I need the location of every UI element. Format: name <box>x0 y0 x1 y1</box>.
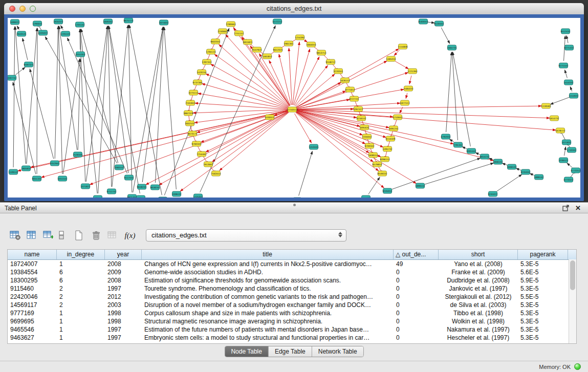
network-node[interactable]: 3002531 <box>185 121 194 126</box>
network-node[interactable]: 2161842 <box>185 100 195 105</box>
table-settings-button[interactable] <box>8 229 23 242</box>
network-edge[interactable] <box>299 151 313 196</box>
network-node[interactable]: 1495732 <box>382 146 392 151</box>
network-node[interactable]: 9771652 <box>345 87 355 92</box>
network-node[interactable]: 9602041 <box>210 39 220 44</box>
network-node[interactable]: 1846533 <box>158 197 167 198</box>
function-builder-button[interactable]: f(x) <box>123 229 137 242</box>
network-node[interactable]: 1205142 <box>75 22 84 27</box>
network-node[interactable]: 1414932 <box>569 93 578 98</box>
network-node[interactable]: 8183043 <box>418 19 428 24</box>
network-node[interactable]: 9675723 <box>123 18 133 23</box>
network-edge[interactable] <box>13 82 36 174</box>
table-row[interactable]: 969969511998Structural magnetic resonanc… <box>8 317 576 325</box>
table-row[interactable]: 946362711997Embryonic stem cells: a mode… <box>8 334 576 342</box>
network-node[interactable]: 2751147 <box>234 31 244 36</box>
network-node[interactable]: 8096153 <box>380 157 389 162</box>
network-node[interactable]: 1453445 <box>309 144 318 149</box>
network-node[interactable]: 1664043 <box>306 42 316 47</box>
network-edge[interactable] <box>98 26 108 193</box>
network-node[interactable]: 1710342 <box>567 147 576 152</box>
network-edge[interactable] <box>567 36 568 43</box>
network-edge[interactable] <box>15 27 26 164</box>
network-edge[interactable] <box>446 52 452 132</box>
network-node[interactable]: 9117432 <box>124 175 134 180</box>
network-edge[interactable] <box>13 27 15 167</box>
scrollbar-thumb[interactable] <box>570 260 575 290</box>
network-node[interactable]: 9271542 <box>558 63 568 68</box>
tab-edge-table[interactable]: Edge Table <box>269 346 312 357</box>
network-node[interactable]: 2204042 <box>362 134 372 139</box>
network-node[interactable]: 1846533 <box>507 164 516 169</box>
network-node[interactable]: 2643531 <box>16 31 26 36</box>
network-node[interactable]: 9700342 <box>364 143 374 148</box>
network-node[interactable]: 1109142 <box>8 169 18 174</box>
network-edge[interactable] <box>55 26 58 159</box>
network-node[interactable]: 1691632 <box>359 125 369 130</box>
network-edge[interactable] <box>297 110 556 130</box>
column-header-out-de-[interactable]: △ out_de... <box>394 250 439 259</box>
network-edge[interactable] <box>289 48 292 105</box>
network-node[interactable]: 1678722 <box>555 128 565 133</box>
column-header-title[interactable]: title <box>142 250 394 259</box>
network-node[interactable]: 2280663 <box>226 21 235 27</box>
network-edge[interactable] <box>475 153 480 155</box>
network-node[interactable]: 9547923 <box>252 47 262 52</box>
network-node[interactable]: 2240663 <box>217 29 227 34</box>
network-node[interactable]: 1290641 <box>32 21 42 26</box>
splitter-handle[interactable] <box>293 204 296 206</box>
network-node[interactable]: 9301442 <box>466 148 476 154</box>
network-edge[interactable] <box>441 28 450 43</box>
network-edge[interactable] <box>304 40 308 42</box>
network-edge[interactable] <box>142 27 163 182</box>
network-node[interactable]: 1154808 <box>398 44 407 49</box>
network-node[interactable]: 2060142 <box>114 165 124 170</box>
network-node[interactable]: 9245022 <box>488 191 497 196</box>
network-node[interactable]: 9813753 <box>316 50 326 55</box>
network-node[interactable]: 1071832 <box>561 140 571 145</box>
network-node[interactable]: 1899132 <box>415 183 425 188</box>
network-node[interactable]: 1205101 <box>60 31 70 36</box>
network-hub-node[interactable]: 17240512 <box>287 107 298 112</box>
network-edge[interactable] <box>112 25 128 187</box>
network-edge[interactable] <box>449 139 454 142</box>
network-node[interactable]: 6773322 <box>563 177 573 182</box>
network-edge[interactable] <box>15 68 25 75</box>
network-node[interactable]: 9558212 <box>325 59 335 64</box>
network-node[interactable]: 1397343 <box>202 59 211 64</box>
new-table-button[interactable] <box>72 229 86 242</box>
network-edge[interactable] <box>395 61 408 69</box>
network-node[interactable]: 9783345 <box>191 141 201 146</box>
network-node[interactable]: 9051332 <box>32 176 41 181</box>
tab-network-table[interactable]: Network Table <box>312 346 363 357</box>
network-node[interactable]: 9737385 <box>192 80 202 85</box>
network-edge[interactable] <box>108 26 112 187</box>
network-node[interactable]: 2055303 <box>75 52 85 57</box>
network-node[interactable]: 8727741 <box>349 96 359 101</box>
network-node[interactable]: 1725322 <box>193 194 203 198</box>
network-node[interactable]: 5051542 <box>57 176 67 181</box>
network-file-select[interactable]: citations_edges.txt <box>146 229 346 242</box>
network-node[interactable]: 1934322 <box>53 19 63 24</box>
column-header-year[interactable]: year <box>105 250 142 259</box>
network-edge[interactable] <box>78 59 80 150</box>
network-node[interactable]: 1294133 <box>206 49 215 54</box>
network-edge[interactable] <box>37 28 37 174</box>
new-column-button[interactable] <box>41 229 55 242</box>
network-edge[interactable] <box>297 111 386 138</box>
network-edge[interactable] <box>453 52 471 146</box>
network-edge[interactable] <box>128 25 132 192</box>
network-node[interactable]: 9154409 <box>385 136 395 141</box>
network-edge[interactable] <box>297 110 550 118</box>
network-node[interactable]: 8549332 <box>377 171 387 176</box>
network-node[interactable]: 2526505 <box>73 152 82 157</box>
network-edge[interactable] <box>214 54 288 107</box>
network-edge[interactable] <box>30 69 53 159</box>
network-node[interactable]: 8130442 <box>434 21 444 26</box>
network-edge[interactable] <box>550 97 569 104</box>
network-node[interactable]: 9245042 <box>520 169 530 174</box>
network-node[interactable]: 7485033 <box>403 86 413 91</box>
network-edge[interactable] <box>219 45 289 106</box>
network-edge[interactable] <box>108 26 128 173</box>
import-table-button[interactable] <box>105 229 120 242</box>
